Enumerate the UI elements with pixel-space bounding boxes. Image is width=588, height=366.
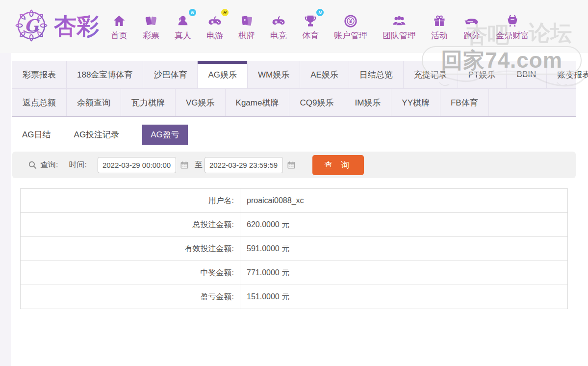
date-to-input[interactable] bbox=[205, 157, 283, 173]
time-label: 时间: bbox=[69, 160, 86, 170]
nav-item-esports[interactable]: 电竞 bbox=[270, 12, 287, 41]
nav-item-home[interactable]: 首页 bbox=[111, 12, 128, 41]
row-label-valid-bet: 有效投注金额: bbox=[21, 237, 240, 261]
nav-label: 金鼎财富 bbox=[496, 30, 529, 41]
main-nav: 首页 彩票 N 真人 bbox=[111, 12, 529, 41]
row-label-win-amount: 中奖金额: bbox=[21, 261, 240, 285]
date-from-input[interactable] bbox=[98, 157, 176, 173]
row-value-valid-bet: 591.0000 元 bbox=[240, 237, 568, 261]
report-tabs: 彩票报表 188金宝博体育 沙巴体育 AG娱乐 WM娱乐 AE娱乐 日结总览 充… bbox=[12, 61, 576, 117]
nav-item-team[interactable]: 团队管理 bbox=[383, 12, 416, 41]
nav-item-account[interactable]: ¥ 账户管理 bbox=[334, 12, 367, 41]
search-button[interactable]: 查 询 bbox=[312, 155, 364, 175]
page: G 杏彩 首页 彩票 bbox=[0, 0, 588, 366]
row-label-total-bet: 总投注金额: bbox=[21, 213, 240, 237]
tab-saba-sport[interactable]: 沙巴体育 bbox=[143, 61, 198, 88]
nav-item-egames[interactable]: H 电游 bbox=[206, 12, 223, 41]
brand-logo[interactable]: G 杏彩 bbox=[14, 8, 99, 45]
query-label: 查询: bbox=[40, 160, 58, 170]
tab-wali[interactable]: 瓦力棋牌 bbox=[121, 89, 176, 116]
query-bar: 查询: 时间: 至 查 询 bbox=[12, 152, 576, 178]
nav-label: 彩票 bbox=[143, 30, 159, 41]
nav-label: 体育 bbox=[302, 30, 319, 41]
row-label-profit-loss: 盈亏金额: bbox=[21, 285, 240, 309]
gamepad-icon: H bbox=[207, 12, 223, 28]
subtab-ag-bets[interactable]: AG投注记录 bbox=[74, 129, 120, 140]
report-tabs-row-1: 彩票报表 188金宝博体育 沙巴体育 AG娱乐 WM娱乐 AE娱乐 日结总览 充… bbox=[12, 61, 576, 88]
home-icon bbox=[112, 12, 127, 28]
row-value-username: proaicai0088_xc bbox=[240, 189, 568, 213]
nav-label: 电竞 bbox=[270, 30, 287, 41]
report-tabs-row-2: 返点总额 余额查询 瓦力棋牌 VG娱乐 Kgame棋牌 CQ9娱乐 IM娱乐 Y… bbox=[12, 88, 576, 116]
tab-ae[interactable]: AE娱乐 bbox=[300, 61, 349, 88]
tab-im[interactable]: IM娱乐 bbox=[344, 89, 391, 116]
tab-fb[interactable]: FB体育 bbox=[440, 89, 489, 116]
nav-label: 电游 bbox=[206, 30, 223, 41]
calendar-icon[interactable] bbox=[180, 160, 189, 169]
subtab-ag-profit[interactable]: AG盈亏 bbox=[142, 125, 188, 145]
new-badge: N bbox=[316, 9, 324, 16]
tab-account-change[interactable]: 账变报表 bbox=[547, 61, 588, 88]
row-value-profit-loss: 151.0000 元 bbox=[240, 285, 568, 309]
magnifier-icon bbox=[28, 160, 37, 170]
gift-icon bbox=[433, 12, 446, 28]
tab-wm[interactable]: WM娱乐 bbox=[248, 61, 300, 88]
table-row: 有效投注金额: 591.0000 元 bbox=[21, 237, 568, 261]
to-label: 至 bbox=[195, 160, 203, 170]
team-icon bbox=[391, 12, 407, 28]
profit-summary-table: 用户名: proaicai0088_xc 总投注金额: 620.0000 元 有… bbox=[20, 188, 568, 309]
nav-label: 账户管理 bbox=[334, 30, 367, 41]
nav-item-lottery[interactable]: 彩票 bbox=[143, 12, 159, 41]
nav-item-paofen[interactable]: 跑分 bbox=[463, 12, 481, 41]
nav-item-sports[interactable]: N 体育 bbox=[302, 12, 319, 41]
tab-188-sport[interactable]: 188金宝博体育 bbox=[67, 61, 143, 88]
nav-label: 棋牌 bbox=[238, 30, 255, 41]
tab-yy[interactable]: YY棋牌 bbox=[391, 89, 440, 116]
account-coin-icon: ¥ bbox=[343, 12, 358, 28]
trophy-icon: N bbox=[303, 12, 318, 28]
tab-lottery-report[interactable]: 彩票报表 bbox=[12, 61, 67, 88]
tab-deposit-withdraw[interactable]: 充提记录 bbox=[404, 61, 458, 88]
nav-item-jinding[interactable]: 金鼎财富 bbox=[496, 12, 529, 41]
nav-label: 首页 bbox=[111, 30, 128, 41]
nav-label: 跑分 bbox=[463, 30, 480, 41]
tab-cq9[interactable]: CQ9娱乐 bbox=[289, 89, 344, 116]
new-badge: N bbox=[189, 9, 196, 16]
nav-item-boardcards[interactable]: 棋牌 bbox=[238, 12, 255, 41]
row-value-win-amount: 771.0000 元 bbox=[240, 261, 568, 285]
table-row: 总投注金额: 620.0000 元 bbox=[21, 213, 568, 237]
live-person-icon: N bbox=[176, 12, 190, 28]
nav-item-promotions[interactable]: 活动 bbox=[431, 12, 448, 41]
tab-ag[interactable]: AG娱乐 bbox=[198, 61, 248, 88]
subtab-ag-daily[interactable]: AG日结 bbox=[22, 129, 51, 140]
rhino-icon bbox=[463, 12, 481, 28]
table-row: 中奖金额: 771.0000 元 bbox=[21, 261, 568, 285]
nav-label: 团队管理 bbox=[383, 30, 416, 41]
nav-item-live[interactable]: N 真人 bbox=[175, 12, 191, 41]
esports-icon bbox=[271, 12, 286, 28]
tab-rebate-total[interactable]: 返点总额 bbox=[12, 89, 67, 116]
brand-name: 杏彩 bbox=[54, 11, 99, 42]
tab-balance-query[interactable]: 余额查询 bbox=[67, 89, 121, 116]
tab-daily-summary[interactable]: 日结总览 bbox=[349, 61, 404, 88]
nav-label: 真人 bbox=[175, 30, 191, 41]
svg-text:¥: ¥ bbox=[349, 18, 352, 24]
tab-pt[interactable]: PT娱乐 bbox=[458, 61, 507, 88]
main-content: 彩票报表 188金宝博体育 沙巴体育 AG娱乐 WM娱乐 AE娱乐 日结总览 充… bbox=[0, 53, 588, 309]
top-nav-bar: G 杏彩 首页 彩票 bbox=[0, 0, 588, 53]
row-label-username: 用户名: bbox=[21, 189, 240, 213]
ag-subtabs: AG日结 AG投注记录 AG盈亏 bbox=[12, 125, 576, 145]
nav-label: 活动 bbox=[431, 30, 448, 41]
hot-badge: H bbox=[221, 9, 229, 16]
tripod-icon bbox=[505, 12, 520, 28]
table-row: 盈亏金额: 151.0000 元 bbox=[21, 285, 568, 309]
tab-bbin[interactable]: BBIN bbox=[507, 61, 547, 88]
tab-vg[interactable]: VG娱乐 bbox=[176, 89, 226, 116]
tab-kgame[interactable]: Kgame棋牌 bbox=[226, 89, 290, 116]
table-row: 用户名: proaicai0088_xc bbox=[21, 189, 568, 213]
lottery-icon bbox=[144, 12, 158, 28]
cards-icon bbox=[239, 12, 254, 28]
row-value-total-bet: 620.0000 元 bbox=[240, 213, 568, 237]
calendar-icon[interactable] bbox=[287, 160, 296, 169]
logo-medallion-icon: G bbox=[14, 8, 49, 45]
